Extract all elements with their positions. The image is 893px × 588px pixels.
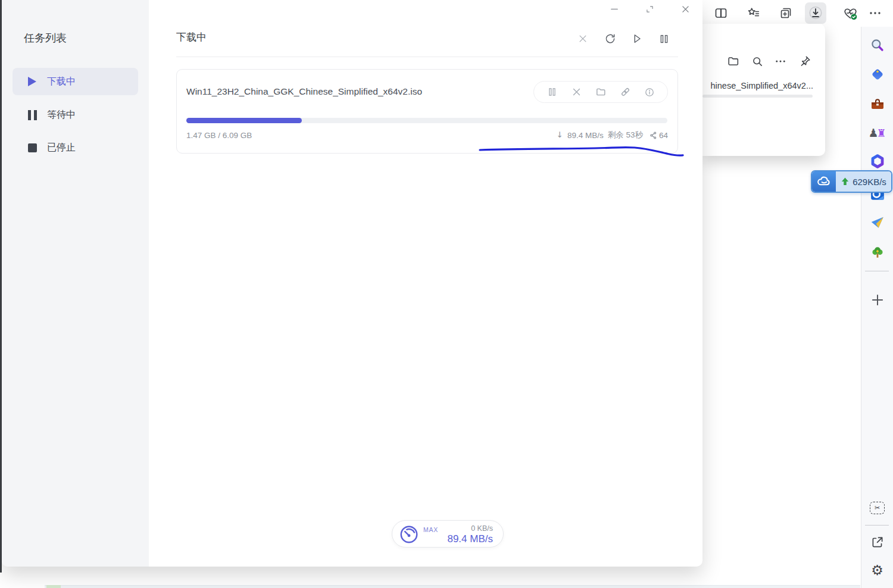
info-icon[interactable] bbox=[643, 86, 656, 99]
rook-glyph: ♜ bbox=[876, 128, 886, 139]
tree-icon[interactable] bbox=[869, 245, 885, 261]
badge-body: 629KB/s bbox=[836, 171, 891, 192]
pin-icon[interactable] bbox=[795, 52, 814, 70]
sidebar-divider bbox=[865, 271, 889, 271]
secondary-speed: 0 KB/s bbox=[471, 524, 493, 533]
pause-all-icon[interactable] bbox=[655, 30, 672, 47]
pause-icon bbox=[26, 110, 39, 120]
sidebar-item-downloading[interactable]: 下载中 bbox=[13, 68, 138, 95]
speedometer-icon bbox=[399, 524, 419, 545]
flyout-progress-track bbox=[702, 95, 813, 98]
maximize-icon[interactable] bbox=[640, 1, 659, 17]
microsoft365-icon[interactable] bbox=[869, 153, 885, 169]
gear-glyph: ⚙ bbox=[871, 564, 883, 577]
sidebar-item-label: 已停止 bbox=[47, 142, 76, 154]
sidebar-item-waiting[interactable]: 等待中 bbox=[13, 101, 138, 129]
browser-essentials-icon[interactable] bbox=[839, 2, 861, 24]
speed-overlay-badge[interactable]: 629KB/s bbox=[811, 170, 892, 193]
close-icon[interactable] bbox=[676, 1, 695, 17]
taskbar-edge-accent bbox=[46, 585, 61, 588]
minimize-icon[interactable] bbox=[605, 1, 624, 17]
search-icon[interactable] bbox=[869, 37, 885, 53]
page-title: 下载中 bbox=[176, 30, 207, 44]
collections-icon[interactable] bbox=[775, 2, 797, 24]
download-task-card[interactable]: Win11_23H2_China_GGK_Chinese_Simplified_… bbox=[176, 69, 678, 154]
stop-icon bbox=[26, 143, 39, 152]
primary-speed: 89.4 MB/s bbox=[447, 533, 493, 545]
download-manager-window: 任务列表 下载中 等待中 已停止 下载中 Win11_23H2_China_GG… bbox=[2, 0, 702, 567]
favorites-icon[interactable] bbox=[743, 2, 764, 24]
more-options-icon[interactable] bbox=[771, 52, 790, 70]
task-progress-track bbox=[186, 118, 667, 123]
web-capture-icon[interactable]: ✂ bbox=[869, 500, 885, 516]
task-remaining-time: 剩余 53秒 bbox=[608, 130, 643, 140]
settings-icon[interactable]: ⚙ bbox=[869, 562, 885, 578]
task-actions-toolbar bbox=[533, 81, 668, 103]
new-tab-icon[interactable] bbox=[869, 292, 885, 308]
drop-icon[interactable] bbox=[869, 214, 885, 230]
sidebar-item-stopped[interactable]: 已停止 bbox=[13, 134, 138, 161]
downloads-flyout: hinese_Simplified_x64v2... bbox=[702, 24, 825, 156]
badge-upload-speed: 629KB/s bbox=[853, 177, 886, 187]
task-size-progress: 1.47 GB / 6.09 GB bbox=[186, 131, 252, 140]
play-icon bbox=[26, 77, 39, 86]
link-icon[interactable] bbox=[619, 86, 632, 99]
speed-mode-label: MAX bbox=[423, 526, 438, 533]
search-downloads-icon[interactable] bbox=[748, 52, 767, 70]
task-download-speed: 89.4 MB/s bbox=[567, 131, 604, 140]
connections-icon bbox=[650, 132, 657, 139]
sidebar-item-label: 等待中 bbox=[47, 109, 76, 121]
open-downloads-folder-icon[interactable] bbox=[724, 52, 743, 70]
split-screen-icon[interactable] bbox=[710, 2, 732, 24]
more-settings-icon[interactable] bbox=[864, 2, 886, 24]
sidebar-item-label: 下载中 bbox=[47, 76, 76, 88]
sidebar-divider bbox=[865, 525, 889, 526]
upload-arrow-icon bbox=[841, 177, 850, 186]
cloud-logo-icon bbox=[812, 171, 836, 192]
speed-limit-widget[interactable]: MAX 0 KB/s 89.4 MB/s bbox=[392, 520, 504, 548]
pause-icon[interactable] bbox=[545, 86, 558, 99]
flyout-download-item[interactable]: hinese_Simplified_x64v2... bbox=[711, 81, 814, 90]
task-filename: Win11_23H2_China_GGK_Chinese_Simplified_… bbox=[186, 86, 422, 97]
browser-toolbar bbox=[704, 0, 893, 27]
resume-all-icon[interactable] bbox=[629, 30, 645, 47]
down-arrow-icon: ↓ bbox=[557, 131, 563, 139]
shopping-icon[interactable] bbox=[869, 66, 885, 82]
open-in-browser-icon[interactable] bbox=[869, 534, 885, 550]
refresh-icon[interactable] bbox=[602, 30, 619, 47]
folder-icon[interactable] bbox=[594, 86, 607, 99]
task-connections-count: 64 bbox=[659, 131, 668, 140]
close-task-icon[interactable] bbox=[574, 30, 591, 47]
task-progress-fill bbox=[186, 118, 302, 123]
downloads-icon[interactable] bbox=[805, 2, 826, 24]
close-icon[interactable] bbox=[570, 86, 583, 99]
tools-icon[interactable] bbox=[869, 96, 885, 112]
games-icon[interactable]: ♟♜ bbox=[869, 125, 885, 141]
taskbar-edge bbox=[45, 585, 860, 588]
header-divider bbox=[176, 57, 678, 57]
task-list-sidebar: 任务列表 下载中 等待中 已停止 bbox=[2, 0, 149, 567]
scissors-glyph: ✂ bbox=[875, 505, 880, 511]
background-window-edge bbox=[0, 0, 2, 573]
sidebar-title: 任务列表 bbox=[24, 31, 67, 45]
